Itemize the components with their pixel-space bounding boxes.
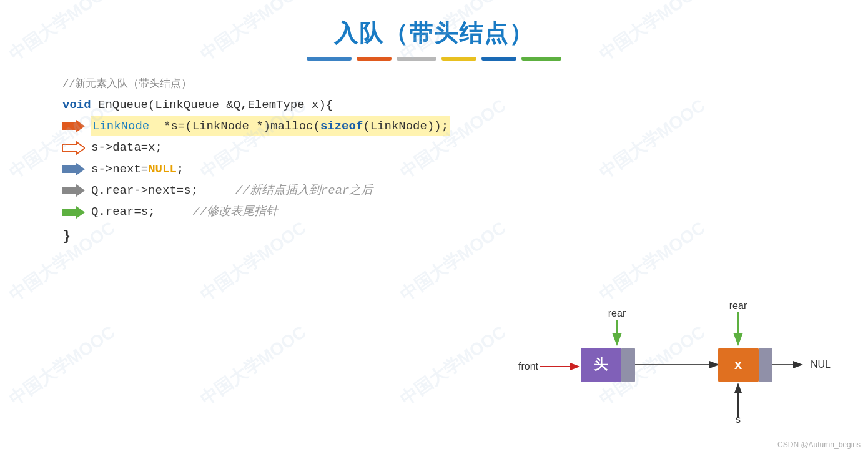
rear-label-1: rear <box>608 308 626 318</box>
null-label: NULL <box>811 359 831 370</box>
color-bar-6 <box>521 57 561 61</box>
arrow-filled-blue <box>62 162 85 176</box>
color-bar-3 <box>397 57 436 61</box>
color-bar-4 <box>441 57 476 61</box>
code-line5-comment: //修改表尾指针 <box>193 202 279 222</box>
code-line-func: void EnQueue(LinkQueue &Q,ElemType x){ <box>62 95 868 115</box>
diagram-svg: rear rear front 头 x NULL <box>506 298 831 429</box>
code-line3-text: s->next=NULL; <box>91 159 184 179</box>
arrow-outline-orange <box>62 141 85 155</box>
head-node-label: 头 <box>593 357 608 372</box>
code-section: //新元素入队（带头结点） void EnQueue(LinkQueue &Q,… <box>62 76 868 248</box>
arrow-filled-green <box>62 205 85 219</box>
code-line4-comment: //新结点插入到rear之后 <box>235 180 373 200</box>
svg-marker-1 <box>62 142 85 154</box>
code-line-4: Q.rear->next=s; //新结点插入到rear之后 <box>62 180 868 200</box>
rear-label-2: rear <box>729 300 747 311</box>
arrow-filled-gray <box>62 184 85 197</box>
color-bar-2 <box>357 57 392 61</box>
x-node-label: x <box>734 357 742 372</box>
code-closing: } <box>62 225 868 248</box>
csdn-credit: CSDN @Autumn_begins <box>777 440 861 449</box>
code-line-1: LinkNode *s=(LinkNode *)malloc(sizeof(Li… <box>62 116 868 136</box>
color-bars <box>0 57 868 61</box>
code-comment-1: //新元素入队（带头结点） <box>62 76 868 94</box>
color-bar-1 <box>307 57 352 61</box>
main-content: 中国大学MOOC 中国大学MOOC 中国大学MOOC 中国大学MOOC 中国大学… <box>0 0 868 454</box>
svg-marker-0 <box>62 120 85 132</box>
code-line5-text: Q.rear=s; <box>91 202 155 222</box>
code-line2-text: s->data=x; <box>91 137 162 157</box>
closing-brace: } <box>62 225 71 248</box>
code-line-5: Q.rear=s; //修改表尾指针 <box>62 202 868 222</box>
page-title: 入队（带头结点） <box>0 0 868 49</box>
x-next-box <box>759 348 772 382</box>
svg-marker-2 <box>62 163 85 175</box>
code-func-text: EnQueue(LinkQueue &Q,ElemType x){ <box>91 95 333 115</box>
front-label: front <box>518 361 539 372</box>
code-line-2: s->data=x; <box>62 137 868 157</box>
code-line-3: s->next=NULL; <box>62 159 868 179</box>
color-bar-5 <box>481 57 516 61</box>
svg-marker-4 <box>62 206 85 219</box>
code-line4-text: Q.rear->next=s; <box>91 180 198 200</box>
diagram-area: rear rear front 头 x NULL <box>506 298 831 435</box>
arrow-filled-orange <box>62 119 85 133</box>
svg-marker-3 <box>62 184 85 197</box>
head-next-box <box>621 348 635 382</box>
keyword-void: void <box>62 95 91 115</box>
type-linknode-1: LinkNode <box>92 119 149 133</box>
code-line1-text: *s=(LinkNode *)malloc(sizeof(LinkNode)); <box>157 119 449 133</box>
code-line1-highlight: LinkNode *s=(LinkNode *)malloc(sizeof(Li… <box>91 116 450 136</box>
